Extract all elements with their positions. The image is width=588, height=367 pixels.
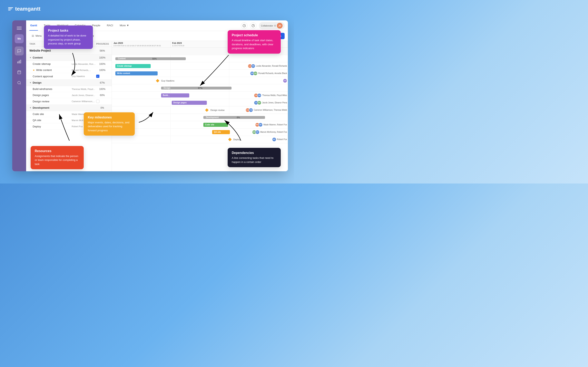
gantt-group-content: Content 56%: [112, 55, 288, 62]
svg-rect-0: [20, 60, 21, 63]
group-progress-dev: 0%: [96, 106, 108, 109]
gantt-bar-content-pct: 56%: [151, 57, 158, 61]
task-name-approval: Content approval: [33, 75, 72, 78]
dev-group-label: Development: [205, 116, 219, 118]
callout-project-schedule: Project schedule A visual timeline of ta…: [228, 30, 281, 54]
gantt-row-sitemap: Create sitemap LA RR Leslie Alexander, R…: [112, 62, 288, 70]
nav-actions: Collaborator 0 JD: [241, 22, 285, 29]
gantt-bar-dev-pct: 0%: [235, 115, 242, 119]
group-progress-design: 67%: [96, 81, 108, 84]
task-row: Build wireframes Theresa Webb, Floyd... …: [26, 86, 112, 92]
task-assign-pages: Jacob Jones, Eleanor...: [72, 94, 96, 96]
task-name-deploy: Deploy: [33, 125, 72, 128]
group-row-content[interactable]: ▼ Content 100%: [26, 54, 112, 61]
sidebar-me-button[interactable]: Me: [15, 34, 24, 43]
gantt-bar-sitemap-label: Create sitemap: [117, 65, 132, 67]
avatar-robert3: RF: [272, 137, 276, 142]
tab-gantt[interactable]: Gantt: [29, 21, 38, 31]
logo-text: teamgantt: [15, 6, 40, 12]
gantt-bar-sitemap: Create sitemap: [115, 64, 150, 68]
gantt-row-pages: Design pages JJ EP Jacob Jones, Eleanor …: [112, 99, 288, 106]
gantt-bar-wireframes: Build...: [161, 93, 189, 98]
task-name-sitemap: Create sitemap: [33, 62, 72, 66]
code-label: Code site: [205, 124, 214, 126]
milestone-design-review: [205, 108, 209, 112]
sidebar-menu-icon[interactable]: [15, 24, 24, 33]
collaborator-label: Collaborator: [261, 25, 273, 27]
gantt-group-dev: Development 0%: [112, 114, 288, 121]
tab-more[interactable]: More ▼: [119, 21, 130, 31]
task-row: Design pages Jacob Jones, Eleanor... 60%: [26, 92, 112, 98]
group-name-content: Content: [33, 56, 96, 59]
gantt-bar-label: Content: [117, 58, 126, 60]
sidebar-calendar-icon[interactable]: [15, 68, 24, 77]
milestone-diamond-approval: [156, 79, 159, 82]
callout-desc-schedule: A visual timeline of task start dates, d…: [232, 38, 277, 50]
svg-rect-3: [18, 71, 21, 74]
month-jan-days: 23456910111213161718192023242526273031: [113, 45, 169, 47]
approval-label: Guy Hawkins: [161, 80, 174, 82]
gantt-row-deploy: Deploy RF Robert Fox: [112, 136, 288, 143]
sidebar-search-icon[interactable]: [15, 78, 24, 87]
group-row-dev[interactable]: ▼ Development 0%: [26, 105, 112, 111]
month-feb-days: 123678910: [172, 45, 227, 47]
callout-dependencies: Dependencies A line connecting tasks tha…: [228, 148, 281, 167]
callout-key-milestones: Key milestones Major events, dates, deci…: [84, 112, 135, 136]
avatar-robert2: RF: [255, 130, 259, 134]
pages-resource: Jacob Jones, Eleanor Pena: [262, 101, 287, 104]
svg-rect-2: [17, 62, 18, 63]
gantt-row-code: Code site WW RF Wade Warren, Robert Fox: [112, 121, 288, 128]
avatar-ronald: RR: [251, 64, 255, 68]
task-name-qa: QA site: [33, 119, 72, 122]
gantt-row-approval: Guy Hawkins GH: [112, 77, 288, 84]
task-name-code: Code site: [33, 113, 72, 116]
sidebar-chat-icon[interactable]: [15, 47, 24, 55]
write-resource-names: Ronald Richards, Annette Black: [258, 72, 287, 75]
wireframes-resource: Theresa Webb, Floyd Miles: [262, 94, 287, 96]
task-assign-wireframes: Theresa Webb, Floyd...: [72, 88, 96, 90]
avatar-annette: AB: [253, 71, 258, 75]
callout-desc-resources: Assignments that indicate the person or …: [35, 154, 80, 166]
history-icon-btn[interactable]: [241, 22, 247, 29]
sitemap-resource-names: Leslie Alexander, Ronald Richards: [256, 65, 287, 67]
callout-title-milestones: Key milestones: [88, 116, 131, 119]
menu-label: Menu: [35, 34, 42, 37]
gantt-bar-pages: Design pages: [172, 101, 207, 105]
qa-resource: Marvin McKinney, Robert Fox: [260, 131, 287, 133]
task-assign-write: Ronald Richards,...: [72, 69, 96, 71]
group-arrow-design: ▼: [29, 82, 31, 84]
group-row-design[interactable]: ▼ Design 67%: [26, 80, 112, 86]
checkbox-checked[interactable]: ✓: [96, 75, 99, 78]
gantt-group-design: Design 67%: [112, 84, 288, 92]
gantt-row-wireframes: Build... TW FM Theresa Webb, Floyd Miles: [112, 92, 288, 99]
month-jan: Jan 2023 2345691011121316171819202324252…: [112, 41, 171, 48]
group-arrow-content: ▼: [29, 57, 31, 59]
gantt-bar-dev-group: Development: [203, 116, 265, 119]
task-name-wireframes: Build wireframes: [33, 87, 72, 91]
task-progress-approval: ✓: [96, 75, 108, 78]
collaborator-count: 0: [274, 25, 276, 27]
task-name-review: Design review: [33, 100, 72, 103]
callout-project-tasks: Project tasks A detailed list of work to…: [44, 25, 93, 49]
task-name-write: Write content: [36, 68, 72, 72]
callout-resources: Resources Assignments that indicate the …: [31, 146, 84, 169]
task-row: Design review Cameron Williamson,...: [26, 98, 112, 105]
task-progress-pages: 60%: [96, 94, 108, 97]
milestone-deploy: [228, 138, 232, 141]
svg-point-7: [18, 81, 20, 84]
help-icon-btn[interactable]: [250, 22, 256, 29]
month-feb: Feb 2023 123678910: [171, 41, 229, 48]
sidebar-chart-icon[interactable]: [15, 57, 24, 66]
app-logo: teamgantt: [8, 6, 40, 12]
callout-desc-milestones: Major events, dates, decisions, and deli…: [88, 120, 131, 133]
gantt-bar-qa: QA site: [212, 130, 230, 134]
group-progress-content: 100%: [96, 56, 108, 59]
menu-button[interactable]: Menu: [29, 33, 44, 39]
task-progress-wireframes: 100%: [96, 88, 108, 91]
tab-raci[interactable]: RACI: [106, 21, 114, 31]
callout-title-tasks: Project tasks: [48, 29, 89, 33]
collaborator-badge[interactable]: Collaborator 0 JD: [259, 22, 285, 29]
checkbox-unchecked[interactable]: [96, 100, 99, 103]
sidebar: Me: [12, 20, 26, 171]
design-review-label: Design review: [210, 109, 225, 111]
